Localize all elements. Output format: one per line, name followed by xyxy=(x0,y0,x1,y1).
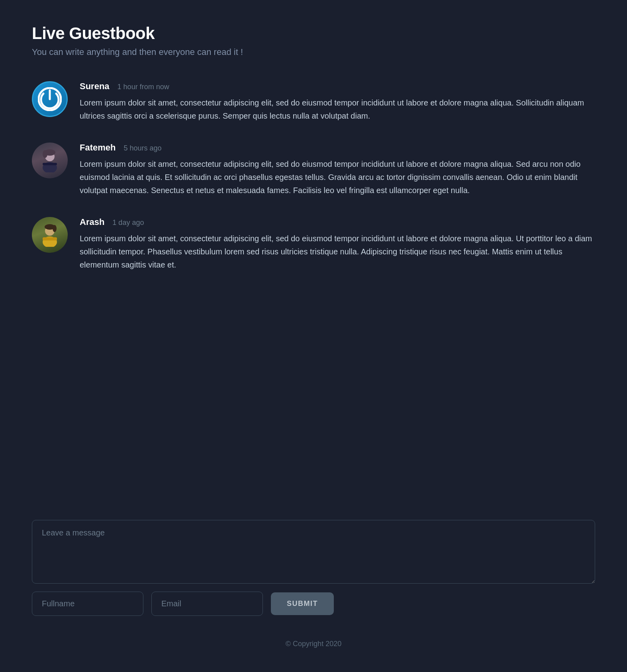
page-title: Live Guestbook xyxy=(32,24,595,43)
entry-time-fatemeh: 5 hours ago xyxy=(123,144,161,152)
svg-rect-9 xyxy=(43,237,57,240)
svg-rect-4 xyxy=(43,163,57,165)
page-container: Live Guestbook You can write anything an… xyxy=(0,0,627,672)
svg-point-6 xyxy=(43,150,47,158)
entry-text-arash: Lorem ipsum dolor sit amet, consectetur … xyxy=(80,232,595,272)
form-section: SUBMIT xyxy=(32,520,595,616)
avatar-fatemeh xyxy=(32,143,68,178)
entry-time-surena: 1 hour from now xyxy=(118,83,169,91)
entry-content-fatemeh: Fatemeh 5 hours ago Lorem ipsum dolor si… xyxy=(80,143,595,197)
entry-surena: Surena 1 hour from now Lorem ipsum dolor… xyxy=(32,81,595,123)
entry-content-arash: Arash 1 day ago Lorem ipsum dolor sit am… xyxy=(80,217,595,272)
avatar-surena xyxy=(32,81,68,117)
entry-fatemeh: Fatemeh 5 hours ago Lorem ipsum dolor si… xyxy=(32,143,595,197)
entry-arash: Arash 1 day ago Lorem ipsum dolor sit am… xyxy=(32,217,595,272)
entry-time-arash: 1 day ago xyxy=(112,219,144,227)
entry-name-fatemeh: Fatemeh xyxy=(80,143,116,153)
entry-text-surena: Lorem ipsum dolor sit amet, consectetur … xyxy=(80,96,595,123)
entry-header-arash: Arash 1 day ago xyxy=(80,217,595,227)
entry-header-fatemeh: Fatemeh 5 hours ago xyxy=(80,143,595,153)
avatar-image-arash xyxy=(32,217,68,253)
entry-text-fatemeh: Lorem ipsum dolor sit amet, consectetur … xyxy=(80,158,595,197)
entry-content-surena: Surena 1 hour from now Lorem ipsum dolor… xyxy=(80,81,595,123)
footer: © Copyright 2020 xyxy=(32,640,595,648)
form-row: SUBMIT xyxy=(32,592,595,616)
svg-point-11 xyxy=(53,225,57,232)
avatar-image-fatemeh xyxy=(32,143,68,178)
page-subtitle: You can write anything and then everyone… xyxy=(32,47,595,57)
entry-header-surena: Surena 1 hour from now xyxy=(80,81,595,92)
entry-name-arash: Arash xyxy=(80,217,104,227)
email-input[interactable] xyxy=(151,592,263,616)
message-textarea[interactable] xyxy=(32,520,595,584)
entries-container: Surena 1 hour from now Lorem ipsum dolor… xyxy=(32,81,595,488)
power-icon xyxy=(38,87,62,111)
entry-name-surena: Surena xyxy=(80,81,110,92)
avatar-arash xyxy=(32,217,68,253)
copyright-text: © Copyright 2020 xyxy=(286,640,341,648)
submit-button[interactable]: SUBMIT xyxy=(271,592,334,615)
fullname-input[interactable] xyxy=(32,592,143,616)
